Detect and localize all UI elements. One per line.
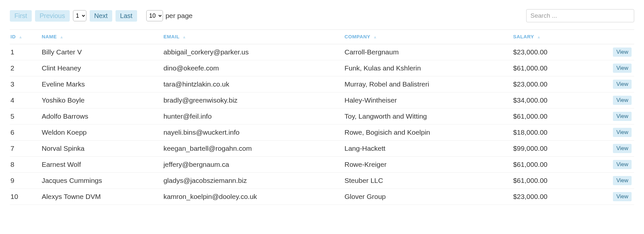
table-row: 10Alexys Towne DVMkamron_koelpin@dooley.… <box>10 189 634 205</box>
column-header-name-label: NAME <box>42 34 57 39</box>
cell-name: Earnest Wolf <box>41 157 163 173</box>
table-row: 8Earnest Wolfjeffery@bergnaum.caRowe-Kre… <box>10 157 634 173</box>
per-page-control: 10 per page <box>146 10 193 21</box>
cell-company: Glover Group <box>344 189 512 205</box>
cell-action: View <box>603 189 634 205</box>
cell-email: tara@hintzlakin.co.uk <box>163 76 344 92</box>
cell-id: 5 <box>10 108 41 125</box>
view-button[interactable]: View <box>613 128 632 137</box>
cell-id: 8 <box>10 157 41 173</box>
table-row: 5Adolfo Barrowshunter@feil.infoToy, Lang… <box>10 108 634 125</box>
cell-id: 2 <box>10 60 41 76</box>
column-header-company[interactable]: COMPANY ▲ <box>344 30 512 44</box>
cell-id: 10 <box>10 189 41 205</box>
column-header-id-label: ID <box>10 34 16 39</box>
cell-salary: $61,000.00 <box>512 173 603 189</box>
cell-id: 4 <box>10 92 41 108</box>
sort-asc-icon: ▲ <box>182 35 186 39</box>
cell-id: 3 <box>10 76 41 92</box>
view-button[interactable]: View <box>613 160 632 169</box>
cell-company: Murray, Robel and Balistreri <box>344 76 512 92</box>
cell-company: Toy, Langworth and Witting <box>344 108 512 125</box>
cell-email: gladys@jacobsziemann.biz <box>163 173 344 189</box>
cell-action: View <box>603 60 634 76</box>
cell-action: View <box>603 125 634 141</box>
column-header-name[interactable]: NAME ▲ <box>41 30 163 44</box>
cell-name: Jacques Cummings <box>41 173 163 189</box>
page-select[interactable]: 1 <box>73 10 86 21</box>
cell-name: Alexys Towne DVM <box>41 189 163 205</box>
cell-email: keegan_bartell@rogahn.com <box>163 141 344 157</box>
column-header-company-label: COMPANY <box>345 34 370 39</box>
first-page-button[interactable]: First <box>10 10 32 22</box>
table-row: 4Yoshiko Boylebradly@greenwisoky.bizHale… <box>10 92 634 108</box>
cell-id: 6 <box>10 125 41 141</box>
cell-name: Clint Heaney <box>41 60 163 76</box>
cell-action: View <box>603 173 634 189</box>
sort-asc-icon: ▲ <box>373 35 377 39</box>
pagination-toolbar: First Previous 1 Next Last 10 per page <box>10 9 634 22</box>
table-header-row: ID ▲ NAME ▲ EMAIL ▲ COMPANY ▲ SALARY ▲ <box>10 30 634 44</box>
cell-email: kamron_koelpin@dooley.co.uk <box>163 189 344 205</box>
cell-email: bradly@greenwisoky.biz <box>163 92 344 108</box>
cell-action: View <box>603 141 634 157</box>
last-page-button[interactable]: Last <box>116 10 137 22</box>
column-header-id[interactable]: ID ▲ <box>10 30 41 44</box>
view-button[interactable]: View <box>613 112 632 121</box>
column-header-action <box>603 30 634 44</box>
view-button[interactable]: View <box>613 48 632 57</box>
cell-email: abbigail_corkery@parker.us <box>163 44 344 60</box>
per-page-label: per page <box>166 12 193 20</box>
cell-salary: $34,000.00 <box>512 92 603 108</box>
cell-email: hunter@feil.info <box>163 108 344 125</box>
table-row: 1Billy Carter Vabbigail_corkery@parker.u… <box>10 44 634 60</box>
column-header-email-label: EMAIL <box>163 34 179 39</box>
data-table: ID ▲ NAME ▲ EMAIL ▲ COMPANY ▲ SALARY ▲ 1… <box>10 29 634 205</box>
cell-email: jeffery@bergnaum.ca <box>163 157 344 173</box>
sort-asc-icon: ▲ <box>60 35 63 39</box>
view-button[interactable]: View <box>613 176 632 185</box>
table-row: 3Eveline Markstara@hintzlakin.co.ukMurra… <box>10 76 634 92</box>
cell-id: 1 <box>10 44 41 60</box>
view-button[interactable]: View <box>613 64 632 73</box>
per-page-select[interactable]: 10 <box>146 10 163 21</box>
view-button[interactable]: View <box>613 80 632 89</box>
column-header-salary[interactable]: SALARY ▲ <box>512 30 603 44</box>
view-button[interactable]: View <box>613 144 632 153</box>
search-input[interactable] <box>526 9 634 22</box>
sort-asc-icon: ▲ <box>19 35 23 39</box>
table-row: 9Jacques Cummingsgladys@jacobsziemann.bi… <box>10 173 634 189</box>
cell-salary: $23,000.00 <box>512 76 603 92</box>
cell-salary: $61,000.00 <box>512 157 603 173</box>
table-row: 2Clint Heaneydino@okeefe.comFunk, Kulas … <box>10 60 634 76</box>
cell-salary: $23,000.00 <box>512 189 603 205</box>
cell-action: View <box>603 44 634 60</box>
sort-asc-icon: ▲ <box>537 35 541 39</box>
column-header-salary-label: SALARY <box>513 34 534 39</box>
cell-name: Eveline Marks <box>41 76 163 92</box>
cell-id: 7 <box>10 141 41 157</box>
cell-salary: $23,000.00 <box>512 44 603 60</box>
cell-email: nayeli.bins@wuckert.info <box>163 125 344 141</box>
previous-page-button[interactable]: Previous <box>35 10 70 22</box>
cell-company: Haley-Wintheiser <box>344 92 512 108</box>
cell-company: Carroll-Bergnaum <box>344 44 512 60</box>
cell-action: View <box>603 157 634 173</box>
cell-company: Rowe, Bogisich and Koelpin <box>344 125 512 141</box>
view-button[interactable]: View <box>613 192 632 201</box>
view-button[interactable]: View <box>613 96 632 105</box>
cell-id: 9 <box>10 173 41 189</box>
cell-action: View <box>603 76 634 92</box>
cell-salary: $61,000.00 <box>512 60 603 76</box>
cell-company: Funk, Kulas and Kshlerin <box>344 60 512 76</box>
next-page-button[interactable]: Next <box>90 10 112 22</box>
cell-name: Adolfo Barrows <box>41 108 163 125</box>
cell-name: Norval Spinka <box>41 141 163 157</box>
cell-name: Weldon Koepp <box>41 125 163 141</box>
cell-salary: $99,000.00 <box>512 141 603 157</box>
cell-company: Rowe-Kreiger <box>344 157 512 173</box>
column-header-email[interactable]: EMAIL ▲ <box>163 30 344 44</box>
table-row: 7Norval Spinkakeegan_bartell@rogahn.comL… <box>10 141 634 157</box>
cell-salary: $61,000.00 <box>512 108 603 125</box>
cell-company: Lang-Hackett <box>344 141 512 157</box>
